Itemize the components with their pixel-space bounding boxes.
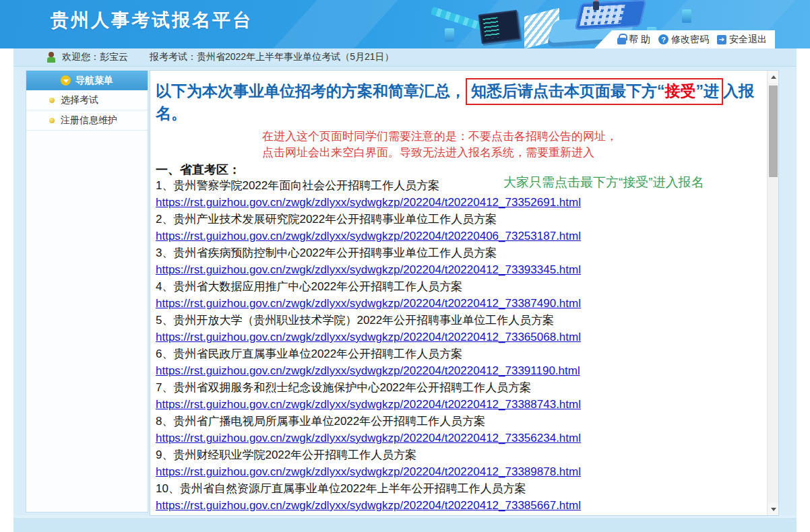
- list-item: 4、贵州省大数据应用推广中心2022年公开招聘工作人员方案 https://rs…: [156, 278, 761, 312]
- list-item: 11、贵州省农业科学院2022年公开招聘事业单位工作人员方案: [156, 514, 761, 516]
- chevron-down-icon: [61, 75, 71, 86]
- bullet-icon: [49, 98, 55, 103]
- list-item: 2、贵州产业技术发展研究院2022年公开招聘事业单位工作人员方案 https:/…: [156, 211, 761, 244]
- list-item: 1、贵州警察学院2022年面向社会公开招聘工作人员方案 大家只需点击最下方“接受…: [156, 177, 761, 211]
- item-link[interactable]: https://rst.guizhou.gov.cn/zwgk/zdlyxx/s…: [156, 194, 761, 211]
- headline-part1: 以下为本次事业单位招考的方案和简章汇总，: [156, 82, 466, 100]
- headline-accept-word: 接受: [665, 82, 696, 100]
- vertical-scrollbar[interactable]: [767, 71, 778, 515]
- red-note-line2: 点击网址会出来空白界面。导致无法进入报名系统，需要重新进入: [262, 145, 761, 161]
- arrow-up-icon: [771, 75, 776, 79]
- item-title: 3、贵州省疾病预防控制中心2022年公开招聘事业单位工作人员方案: [156, 244, 761, 261]
- list-item: 10、贵州省自然资源厅直属事业单位2022年上半年公开招聘工作人员方案 http…: [156, 480, 761, 514]
- item-title: 9、贵州财经职业学院2022年公开招聘工作人员方案: [156, 446, 761, 463]
- scroll-up-button[interactable]: [768, 71, 779, 83]
- list-item: 3、贵州省疾病预防控制中心2022年公开招聘事业单位工作人员方案 https:/…: [156, 244, 761, 278]
- content-panel: 以下为本次事业单位招考的方案和简章汇总，知悉后请点击本页面最下方“接受”进入报名…: [150, 70, 779, 516]
- illustration-dashboard: [575, 0, 647, 30]
- item-title: 5、贵州开放大学（贵州职业技术学院）2022年公开招聘事业单位工作人员方案: [156, 312, 761, 329]
- list-item: 8、贵州省广播电视局所属事业单位2022年公开招聘工作人员方案 https://…: [156, 413, 761, 446]
- scrollbar-thumb[interactable]: [769, 86, 778, 177]
- green-hint-note: 大家只需点击最下方“接受”进入报名: [503, 174, 704, 191]
- page-body: 欢迎您：彭宝云 报考考试：贵州省2022年上半年事业单位考试（5月21日） 导航…: [13, 48, 797, 532]
- headline-boxed-highlight: 知悉后请点击本页面最下方“接受”进: [466, 78, 723, 105]
- list-item: 9、贵州财经职业学院2022年公开招聘工作人员方案 https://rst.gu…: [156, 446, 761, 480]
- sidebar-item-registration-info[interactable]: 注册信息维护: [26, 110, 148, 131]
- sidebar-header-label: 导航菜单: [75, 75, 113, 87]
- item-title: 4、贵州省大数据应用推广中心2022年公开招聘工作人员方案: [156, 278, 761, 295]
- headline: 以下为本次事业单位招考的方案和简章汇总，知悉后请点击本页面最下方“接受”进入报名…: [156, 80, 761, 125]
- illustration-monitor: [478, 10, 521, 44]
- headline-boxed-prefix: 知悉后请点击本页面最下方“: [471, 82, 665, 100]
- list-item: 7、贵州省双拥服务和烈士纪念设施保护中心2022年公开招聘工作人员方案 http…: [156, 379, 761, 413]
- red-note-line1: 在进入这个页面时同学们需要注意的是：不要点击各招聘公告的网址，: [262, 129, 761, 145]
- change-password-label: 修改密码: [671, 34, 709, 46]
- app-header: 贵州人事考试报名平台 帮 助 ? 修改密码 ➔ 安全退出: [0, 0, 810, 48]
- page-footer: [13, 515, 797, 532]
- scroll-down-button[interactable]: [768, 503, 779, 515]
- item-link[interactable]: https://rst.guizhou.gov.cn/zwgk/zdlyxx/s…: [156, 396, 761, 413]
- sidebar: 导航菜单 选择考试 注册信息维护: [26, 70, 148, 512]
- content-inner: 以下为本次事业单位招考的方案和简章汇总，知悉后请点击本页面最下方“接受”进入报名…: [150, 71, 778, 516]
- user-avatar-icon: [46, 52, 57, 63]
- item-link[interactable]: https://rst.guizhou.gov.cn/zwgk/zdlyxx/s…: [156, 362, 761, 379]
- sidebar-item-select-exam[interactable]: 选择考试: [26, 90, 148, 110]
- item-link[interactable]: https://rst.guizhou.gov.cn/zwgk/zdlyxx/s…: [156, 430, 761, 446]
- exit-icon: ➔: [717, 35, 726, 44]
- list-item: 6、贵州省民政厅直属事业单位2022年公开招聘工作人员方案 https://rs…: [156, 345, 761, 379]
- item-title: 6、贵州省民政厅直属事业单位2022年公开招聘工作人员方案: [156, 345, 761, 362]
- illustration-pillar: [682, 9, 691, 23]
- safe-exit-button[interactable]: ➔ 安全退出: [717, 34, 767, 46]
- list-item: 5、贵州开放大学（贵州职业技术学院）2022年公开招聘事业单位工作人员方案 ht…: [156, 312, 761, 345]
- item-link[interactable]: https://rst.guizhou.gov.cn/zwgk/zdlyxx/s…: [156, 497, 761, 514]
- arrow-down-icon: [771, 508, 776, 511]
- item-link[interactable]: https://rst.guizhou.gov.cn/zwgk/zdlyxx/s…: [156, 228, 761, 244]
- item-title: 2、贵州产业技术发展研究院2022年公开招聘事业单位工作人员方案: [156, 211, 761, 228]
- item-title: 11、贵州省农业科学院2022年公开招聘事业单位工作人员方案: [156, 514, 761, 516]
- item-link[interactable]: https://rst.guizhou.gov.cn/zwgk/zdlyxx/s…: [156, 463, 761, 480]
- item-title: 7、贵州省双拥服务和烈士纪念设施保护中心2022年公开招聘工作人员方案: [156, 379, 761, 396]
- safe-exit-label: 安全退出: [729, 34, 767, 46]
- sidebar-item-label: 选择考试: [61, 94, 98, 106]
- illustration-person: [593, 1, 599, 10]
- welcome-bar: 欢迎您：彭宝云 报考考试：贵州省2022年上半年事业单位考试（5月21日）: [13, 48, 797, 67]
- headline-boxed-suffix: ”进: [696, 82, 720, 100]
- help-button-label: 帮 助: [629, 34, 650, 46]
- item-link[interactable]: https://rst.guizhou.gov.cn/zwgk/zdlyxx/s…: [156, 295, 761, 312]
- red-warning-note: 在进入这个页面时同学们需要注意的是：不要点击各招聘公告的网址， 点击网址会出来空…: [262, 129, 761, 161]
- item-link[interactable]: https://rst.guizhou.gov.cn/zwgk/zdlyxx/s…: [156, 329, 761, 345]
- bullet-icon: [49, 118, 55, 123]
- illustration-pillar: [445, 28, 454, 42]
- page-title: 贵州人事考试报名平台: [51, 8, 253, 32]
- sidebar-item-label: 注册信息维护: [61, 114, 117, 127]
- welcome-exam-info: 报考考试：贵州省2022年上半年事业单位考试（5月21日）: [150, 51, 394, 63]
- header-sheen: [250, 0, 410, 48]
- welcome-greeting: 欢迎您：彭宝云: [62, 51, 128, 63]
- sidebar-header: 导航菜单: [26, 71, 148, 90]
- change-password-button[interactable]: ? 修改密码: [658, 34, 709, 46]
- help-button[interactable]: 帮 助: [617, 34, 650, 46]
- item-link[interactable]: https://rst.guizhou.gov.cn/zwgk/zdlyxx/s…: [156, 261, 761, 278]
- header-action-tab: 帮 助 ? 修改密码 ➔ 安全退出: [594, 30, 775, 48]
- lock-icon: [617, 38, 626, 44]
- item-title: 8、贵州省广播电视局所属事业单位2022年公开招聘工作人员方案: [156, 413, 761, 430]
- main-row: 导航菜单 选择考试 注册信息维护 以下为本次事业单位招考的方案和简章汇总，知悉后…: [13, 67, 797, 515]
- question-icon: ?: [658, 34, 668, 44]
- item-title: 10、贵州省自然资源厅直属事业单位2022年上半年公开招聘工作人员方案: [156, 480, 761, 497]
